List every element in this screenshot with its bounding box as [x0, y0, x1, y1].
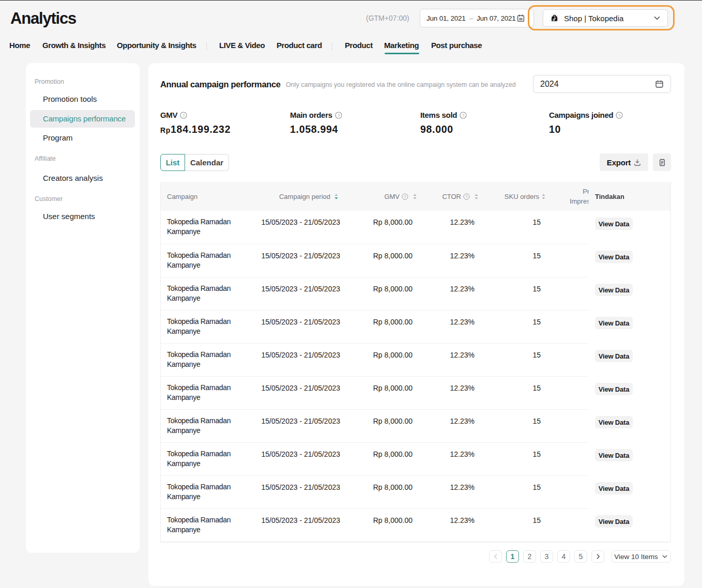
- svg-text:?: ?: [462, 113, 465, 118]
- svg-text:?: ?: [404, 194, 406, 199]
- svg-text:?: ?: [182, 113, 185, 118]
- svg-text:?: ?: [338, 113, 340, 118]
- svg-text:?: ?: [618, 113, 621, 118]
- svg-text:?: ?: [465, 194, 467, 199]
